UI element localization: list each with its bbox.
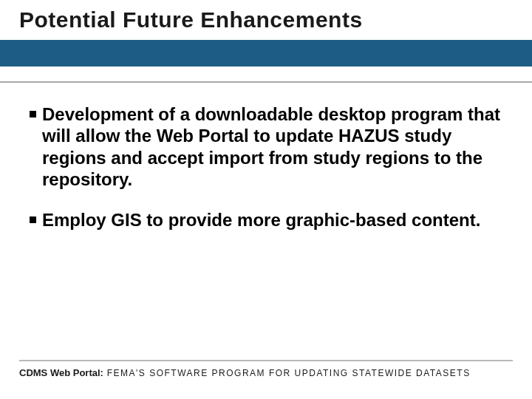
content-area: Development of a downloadable desktop pr… [0,83,532,231]
title-bar [0,40,532,66]
bullet-text: Development of a downloadable desktop pr… [42,103,502,190]
list-item: Employ GIS to provide more graphic-based… [30,209,502,231]
title-underline [0,81,532,83]
slide-title: Potential Future Enhancements [0,7,532,40]
slide: Potential Future Enhancements Developmen… [0,0,532,399]
footer-strong: CDMS Web Portal: [19,367,103,378]
footer-rest: FEMA'S SOFTWARE PROGRAM FOR UPDATING STA… [103,368,471,378]
list-item: Development of a downloadable desktop pr… [30,103,502,190]
title-region: Potential Future Enhancements [0,0,532,83]
footer: CDMS Web Portal: FEMA'S SOFTWARE PROGRAM… [19,360,513,378]
square-bullet-icon [30,111,36,117]
bullet-text: Employ GIS to provide more graphic-based… [42,209,480,231]
square-bullet-icon [30,216,36,223]
footer-divider [19,360,513,361]
footer-text: CDMS Web Portal: FEMA'S SOFTWARE PROGRAM… [19,367,513,378]
